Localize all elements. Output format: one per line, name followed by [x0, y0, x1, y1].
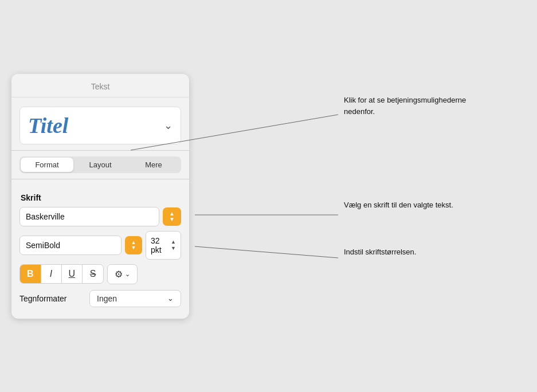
italic-label: I [50, 269, 52, 279]
underline-label: U [69, 269, 76, 279]
tab-layout-label: Layout [89, 160, 111, 169]
size-up-icon[interactable]: ▲ [171, 239, 176, 245]
panel-header: Tekst [11, 74, 189, 97]
title-chevron-icon: ⌄ [164, 119, 173, 132]
annotation-size: Indstil skriftstørrelsen. [344, 246, 416, 258]
underline-button[interactable]: U [62, 265, 83, 283]
font-name-value: Baskerville [26, 212, 65, 221]
annotation-tabs-text: Klik for at se betjeningsmulighederne ne… [344, 96, 466, 116]
strikethrough-label: S [90, 269, 96, 279]
format-row: B I U S ⚙ ⌄ [19, 264, 181, 284]
text-format-buttons: B I U S [19, 264, 104, 284]
annotation-font-text: Vælg en skrift til den valgte tekst. [344, 201, 453, 209]
font-name-field[interactable]: Baskerville [19, 207, 159, 226]
bold-button[interactable]: B [20, 265, 41, 283]
tab-layout[interactable]: Layout [74, 158, 127, 172]
tegnformater-label: Tegnformater [19, 294, 66, 303]
font-style-value: SemiBold [26, 241, 60, 250]
tegnformater-value: Ingen [97, 294, 117, 303]
font-size-value: 32 pkt [151, 236, 170, 254]
tab-mere-label: Mere [145, 160, 162, 169]
divider-2 [11, 179, 189, 179]
font-style-field[interactable]: SemiBold [19, 236, 121, 255]
divider-1 [11, 150, 189, 151]
title-style-value: Titel [28, 113, 68, 138]
bold-label: B [27, 269, 34, 279]
font-style-size-row: SemiBold ▲ ▼ 32 pkt ▲ ▼ [19, 231, 181, 260]
gear-dropdown-button[interactable]: ⚙ ⌄ [107, 264, 138, 284]
annotation-size-text: Indstil skriftstørrelsen. [344, 248, 416, 256]
stepper-arrows-icon: ▲ ▼ [169, 211, 175, 222]
tab-mere[interactable]: Mere [127, 158, 180, 172]
tab-format-label: Format [35, 160, 58, 169]
font-style-stepper[interactable]: ▲ ▼ [125, 236, 142, 254]
gear-icon: ⚙ [115, 269, 123, 280]
tegnformater-chevron-icon: ⌄ [167, 294, 174, 303]
format-panel: Tekst Titel ⌄ Format Layout Mere Skrift [11, 74, 189, 319]
font-section-title: Skrift [11, 185, 189, 207]
gear-chevron-icon: ⌄ [125, 271, 130, 278]
title-style-selector[interactable]: Titel ⌄ [19, 107, 181, 144]
tabs-bar: Format Layout Mere [19, 156, 181, 173]
font-name-stepper[interactable]: ▲ ▼ [163, 207, 181, 226]
tegnformater-dropdown[interactable]: Ingen ⌄ [89, 290, 181, 307]
font-name-row: Baskerville ▲ ▼ [19, 207, 181, 226]
annotation-font: Vælg en skrift til den valgte tekst. [344, 199, 453, 211]
tab-format[interactable]: Format [21, 158, 73, 172]
panel-title: Tekst [91, 82, 110, 91]
size-down-icon[interactable]: ▼ [171, 245, 176, 252]
svg-line-2 [195, 246, 338, 258]
annotation-tabs: Klik for at se betjeningsmulighederne ne… [344, 95, 470, 117]
tegnformater-row: Tegnformater Ingen ⌄ [19, 290, 181, 307]
font-size-field[interactable]: 32 pkt ▲ ▼ [146, 231, 181, 260]
italic-button[interactable]: I [41, 265, 62, 283]
size-stepper[interactable]: ▲ ▼ [171, 239, 176, 252]
font-style-stepper-icon: ▲ ▼ [131, 240, 136, 250]
strikethrough-button[interactable]: S [83, 265, 103, 283]
